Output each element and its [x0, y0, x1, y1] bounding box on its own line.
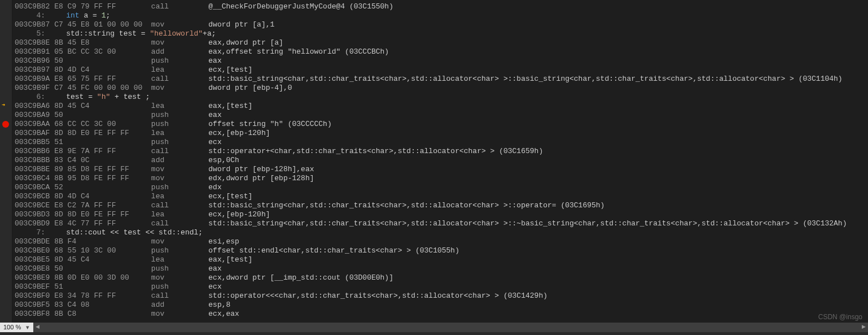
asm-line[interactable]: 003C9BA6 8D 45 C4 lea eax,[test]: [12, 102, 868, 111]
opcode-bytes: 52: [54, 183, 151, 192]
disassembly-pane[interactable]: 003C9B82 E8 C9 79 FF FF call @__CheckFor…: [12, 0, 868, 323]
operands: esp,8: [208, 301, 230, 310]
source-line-number: 5:: [15, 29, 49, 38]
asm-line[interactable]: 003C9BB6 E8 9E 7A FF FF call std::operat…: [12, 147, 868, 156]
operands: eax,[test]: [208, 255, 252, 264]
asm-line[interactable]: 003C9BE9 8B 0D E0 00 3D 00 mov ecx,dword…: [12, 273, 868, 282]
opcode-bytes: 8D 45 C4: [54, 255, 151, 264]
opcode-bytes: 8B 0D E0 00 3D 00: [54, 273, 151, 282]
opcode-bytes: 8B C8: [54, 310, 151, 319]
asm-line[interactable]: 003C9BAA 68 CC CC 3C 00 push offset stri…: [12, 120, 868, 129]
operands: eax,dword ptr [a]: [208, 38, 283, 47]
mnemonic: push: [151, 111, 208, 120]
asm-line[interactable]: 003C9B91 05 BC CC 3C 00 add eax,offset s…: [12, 47, 868, 56]
asm-line[interactable]: 003C9BE8 50 push eax: [12, 264, 868, 273]
asm-line[interactable]: 003C9B97 8D 4D C4 lea ecx,[test]: [12, 66, 868, 75]
asm-line[interactable]: 003C9BEF 51 push ecx: [12, 282, 868, 292]
asm-line[interactable]: 003C9BD3 8D 8D E0 FE FF FF lea ecx,[ebp-…: [12, 210, 868, 219]
operands: ecx,eax: [208, 310, 239, 319]
zoom-dropdown-icon[interactable]: ▾: [24, 324, 31, 332]
address: 003C9B91: [15, 47, 54, 56]
mnemonic: add: [151, 301, 208, 310]
asm-line[interactable]: 003C9BF5 83 C4 08 add esp,8: [12, 301, 868, 310]
asm-line[interactable]: 003C9BBE 89 85 D8 FE FF FF mov dword ptr…: [12, 165, 868, 174]
operands: ecx,[ebp-120h]: [208, 129, 270, 138]
address: 003C9BBB: [15, 156, 54, 165]
opcode-bytes: 8D 45 C4: [54, 102, 151, 111]
source-line[interactable]: 5: std::string test = "helloworld"+a;: [12, 29, 868, 38]
address: 003C9BF8: [15, 310, 54, 319]
asm-line[interactable]: 003C9B8E 8B 45 E8 mov eax,dword ptr [a]: [12, 38, 868, 47]
operands: std::basic_string<char,std::char_traits<…: [208, 201, 604, 210]
address: 003C9B82: [15, 2, 54, 11]
asm-line[interactable]: 003C9BCE E8 C2 7A FF FF call std::basic_…: [12, 201, 868, 210]
opcode-bytes: 8D 4D C4: [54, 192, 151, 201]
source-text: std::cout << test << std::endl;: [66, 228, 203, 237]
horizontal-scrollbar[interactable]: ◀ ▶: [33, 323, 868, 332]
asm-line[interactable]: 003C9BC4 8B 95 D8 FE FF FF mov edx,dword…: [12, 174, 868, 183]
opcode-bytes: 8D 4D C4: [54, 66, 151, 75]
asm-line[interactable]: 003C9BD9 E8 4C 77 FF FF call std::basic_…: [12, 219, 868, 228]
asm-line[interactable]: 003C9BBB 83 C4 0C add esp,0Ch: [12, 156, 868, 165]
asm-line[interactable]: 003C9BCB 8D 4D C4 lea ecx,[test]: [12, 192, 868, 201]
asm-line[interactable]: 003C9B82 E8 C9 79 FF FF call @__CheckFor…: [12, 2, 868, 11]
asm-line[interactable]: 003C9B9F C7 45 FC 00 00 00 00 mov dword …: [12, 84, 868, 93]
operands: ecx,dword ptr [__imp_std::cout (03D00E0h…: [208, 273, 393, 282]
zoom-level[interactable]: 100 %: [0, 324, 24, 332]
opcode-bytes: 8D 8D E0 FE FF FF: [54, 129, 151, 138]
scroll-left-icon[interactable]: ◀: [36, 324, 40, 330]
asm-line[interactable]: 003C9B9A E8 65 75 FF FF call std::basic_…: [12, 75, 868, 84]
breakpoint-gutter[interactable]: [0, 0, 12, 335]
mnemonic: mov: [151, 273, 208, 282]
asm-line[interactable]: 003C9BDE 8B F4 mov esi,esp: [12, 237, 868, 246]
address: 003C9BE8: [15, 264, 54, 273]
mnemonic: call: [151, 75, 208, 84]
scroll-right-icon[interactable]: ▶: [862, 324, 866, 330]
operands: offset std::endl<char,std::char_traits<c…: [208, 246, 459, 255]
operands: std::basic_string<char,std::char_traits<…: [208, 219, 847, 228]
address: 003C9BAF: [15, 129, 54, 138]
address: 003C9BE5: [15, 255, 54, 264]
operands: eax: [208, 264, 221, 273]
address: 003C9BE9: [15, 273, 54, 282]
address: 003C9B8E: [15, 38, 54, 47]
source-line[interactable]: 4: int a = 1;: [12, 11, 868, 20]
mnemonic: lea: [151, 129, 208, 138]
mnemonic: push: [151, 246, 208, 255]
opcode-bytes: C7 45 FC 00 00 00 00: [54, 84, 151, 93]
asm-line[interactable]: 003C9BE0 68 55 10 3C 00 push offset std:…: [12, 246, 868, 255]
mnemonic: mov: [151, 310, 208, 319]
address: 003C9B9A: [15, 75, 54, 84]
mnemonic: mov: [151, 237, 208, 246]
mnemonic: mov: [151, 84, 208, 93]
address: 003C9BD3: [15, 210, 54, 219]
asm-line[interactable]: 003C9BB5 51 push ecx: [12, 138, 868, 147]
asm-line[interactable]: 003C9BF0 E8 34 78 FF FF call std::operat…: [12, 292, 868, 301]
source-line[interactable]: 7: std::cout << test << std::endl;: [12, 228, 868, 237]
source-line-number: 7:: [15, 228, 49, 237]
address: 003C9B9F: [15, 84, 54, 93]
asm-line[interactable]: 003C9B87 C7 45 E8 01 00 00 00 mov dword …: [12, 20, 868, 29]
operands: ecx,[test]: [208, 192, 252, 201]
breakpoint-icon[interactable]: [2, 121, 9, 128]
asm-line[interactable]: 003C9BCA 52 push edx: [12, 183, 868, 192]
source-line[interactable]: 6: test = "h" + test ;: [12, 93, 868, 102]
asm-line[interactable]: 003C9BE5 8D 45 C4 lea eax,[test]: [12, 255, 868, 264]
asm-line[interactable]: 003C9BAF 8D 8D E0 FE FF FF lea ecx,[ebp-…: [12, 129, 868, 138]
asm-line[interactable]: 003C9BF8 8B C8 mov ecx,eax: [12, 310, 868, 319]
operands: std::operator+<char,std::char_traits<cha…: [208, 147, 543, 156]
address: 003C9BD9: [15, 219, 54, 228]
opcode-bytes: 83 C4 0C: [54, 156, 151, 165]
asm-line[interactable]: 003C9B96 50 push eax: [12, 56, 868, 66]
opcode-bytes: E8 4C 77 FF FF: [54, 219, 151, 228]
source-text: test = "h" + test ;: [66, 93, 150, 102]
opcode-bytes: 51: [54, 138, 151, 147]
address: 003C9BDE: [15, 237, 54, 246]
address: 003C9B97: [15, 66, 54, 75]
opcode-bytes: E8 9E 7A FF FF: [54, 147, 151, 156]
source-text: std::string test = "helloworld"+a;: [66, 29, 216, 38]
operands: eax: [208, 56, 221, 66]
opcode-bytes: 89 85 D8 FE FF FF: [54, 165, 151, 174]
asm-line[interactable]: 003C9BA9 50 push eax: [12, 111, 868, 120]
opcode-bytes: E8 C9 79 FF FF: [54, 2, 151, 11]
